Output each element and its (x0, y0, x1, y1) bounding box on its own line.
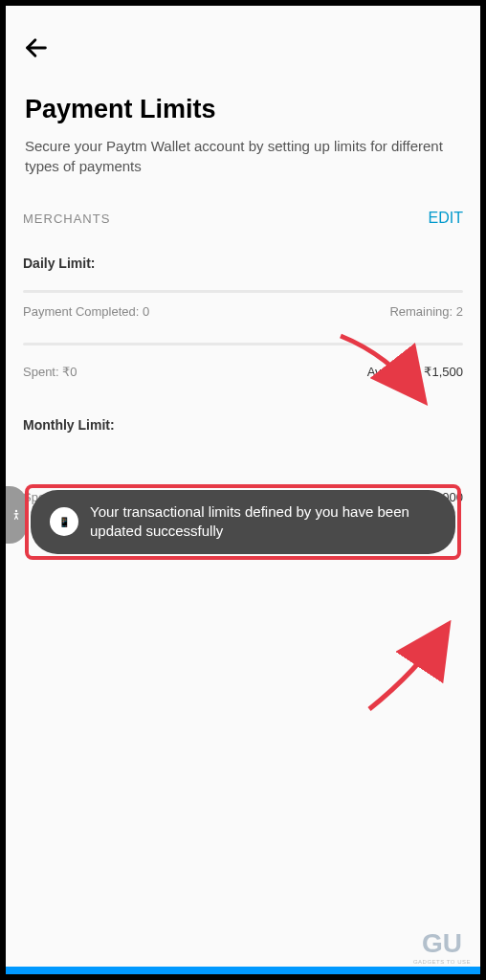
daily-remaining: Remaining: 2 (389, 304, 463, 319)
accessibility-tab[interactable] (6, 486, 27, 544)
toast-highlight: 📱 Your transactional limits defined by y… (25, 484, 461, 560)
daily-completed: Payment Completed: 0 (23, 304, 149, 319)
daily-available: Available: ₹1,500 (367, 365, 463, 379)
section-label: MERCHANTS (23, 212, 110, 226)
app-icon: 📱 (50, 507, 78, 536)
toast-notification: 📱 Your transactional limits defined by y… (31, 490, 455, 554)
back-button[interactable] (23, 34, 50, 61)
daily-spent-bar (23, 343, 463, 345)
daily-progress-bar (23, 290, 463, 293)
edit-button[interactable]: EDIT (429, 210, 463, 227)
page-subtitle: Secure your Paytm Wallet account by sett… (23, 136, 463, 176)
page-title: Payment Limits (23, 95, 463, 124)
daily-limit-title: Daily Limit: (23, 256, 463, 271)
monthly-limit-title: Monthly Limit: (23, 417, 463, 433)
daily-spent: Spent: ₹0 (23, 365, 77, 379)
bottom-bar (6, 967, 480, 974)
svg-point-1 (15, 510, 17, 512)
toast-message: Your transactional limits defined by you… (90, 502, 436, 542)
annotation-arrow (350, 613, 465, 719)
watermark: GU GADGETS TO USE (413, 928, 471, 965)
